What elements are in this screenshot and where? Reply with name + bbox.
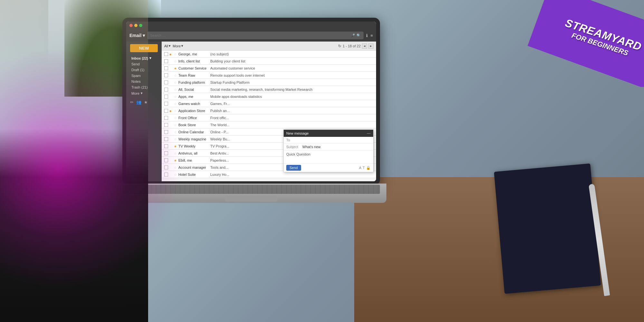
send-button[interactable]: Send (286, 165, 301, 171)
list-toolbar: All ▾ More ▾ ↻ 1 - 18 of 22 ◄ (162, 42, 376, 51)
table-row[interactable]: ■ ☆ Games watch Games, Fr... (162, 100, 376, 107)
row-star[interactable]: ★ (174, 159, 177, 162)
row-checkbox[interactable] (164, 158, 168, 162)
to-label: To (286, 138, 302, 142)
row-tag: ■ (169, 95, 173, 98)
subject-what-new: What's new (302, 145, 321, 149)
new-message-popup: New message — To Subject What's new (283, 129, 374, 172)
popup-body[interactable]: Quick Question (284, 150, 373, 163)
row-star[interactable]: ☆ (174, 130, 177, 134)
refresh-icon[interactable]: ↻ (338, 44, 341, 48)
search-input[interactable] (150, 33, 351, 37)
notebook (494, 164, 601, 294)
format-t-icon[interactable]: T (363, 166, 365, 170)
row-star[interactable]: ☆ (174, 81, 177, 84)
table-row[interactable]: ■ ☆ Info, client list Building your clie… (162, 58, 376, 65)
row-checkbox[interactable] (164, 130, 168, 134)
row-star[interactable]: ☆ (174, 88, 177, 91)
row-subject: The World... (210, 123, 374, 127)
row-checkbox[interactable] (164, 116, 168, 120)
header-icons: ℹ ≡ (366, 33, 373, 38)
mic-icon[interactable]: 🎤 (351, 33, 355, 38)
row-checkbox[interactable] (164, 66, 168, 70)
row-star[interactable]: ☆ (174, 116, 177, 119)
row-star[interactable]: ☆ (174, 102, 177, 105)
prev-page-btn[interactable]: ◄ (362, 43, 367, 49)
row-checkbox[interactable] (164, 88, 168, 91)
row-subject: Publish an... (210, 109, 374, 113)
popup-close-icon[interactable]: — (367, 131, 371, 136)
footer-icons: A T 🔒 (359, 166, 371, 170)
subject-label: Subject (286, 145, 302, 149)
table-row[interactable]: ■ ☆ Front Office Front offic... (162, 114, 376, 121)
row-sender: Antivirus, all (178, 151, 209, 155)
row-checkbox[interactable] (164, 95, 168, 99)
row-star[interactable]: ☆ (174, 52, 177, 56)
row-checkbox[interactable] (164, 123, 168, 127)
table-row[interactable]: ■ ☆ Application Store Publish an... (162, 107, 376, 114)
search-bar[interactable]: 🎤 🔍 (147, 32, 364, 39)
next-page-btn[interactable]: ► (368, 43, 374, 49)
pagination-text: 1 - 18 of 22 (343, 44, 361, 48)
row-tag: ■ (169, 74, 173, 77)
all-label: All (164, 44, 168, 48)
row-checkbox[interactable] (164, 166, 168, 169)
row-tag: ■ (169, 88, 173, 91)
row-star[interactable]: ☆ (174, 60, 177, 63)
row-star[interactable]: ☆ (174, 123, 177, 127)
row-checkbox[interactable] (164, 137, 168, 141)
format-a-icon[interactable]: A (359, 166, 361, 170)
row-sender: Weekly magazine (178, 137, 209, 141)
all-dropdown[interactable]: All ▾ (164, 44, 171, 48)
popup-subject-field[interactable]: Subject What's new (284, 144, 373, 150)
row-star[interactable]: ★ (174, 67, 177, 70)
popup-footer: Send A T 🔒 (284, 163, 373, 172)
row-tag: ■ (169, 67, 173, 70)
table-row[interactable]: ■ ☆ George, me (no subject) (162, 51, 376, 58)
row-tag: ■ (169, 137, 173, 141)
row-tag: ■ (169, 130, 173, 134)
more-dropdown[interactable]: More ▾ (173, 44, 183, 48)
row-star[interactable]: ☆ (174, 109, 177, 112)
row-star[interactable]: ★ (174, 145, 177, 148)
popup-header: New message — (284, 130, 373, 137)
menu-icon[interactable]: ≡ (370, 33, 373, 38)
table-row[interactable]: ■ ☆ Book Store The World... (162, 121, 376, 128)
row-checkbox[interactable] (164, 109, 168, 113)
to-input[interactable] (302, 138, 371, 142)
search-icon[interactable]: 🔍 (356, 33, 361, 38)
row-sender: TV Weekly (178, 144, 209, 148)
row-star[interactable]: ☆ (174, 173, 177, 176)
table-row[interactable]: ■ ☆ Apps, me Mobile apps downloads stati… (162, 93, 376, 100)
row-star[interactable]: ☆ (174, 152, 177, 155)
table-row[interactable]: ■ ☆ All, Social Social media marketing, … (162, 86, 376, 93)
info-icon[interactable]: ℹ (366, 33, 368, 38)
row-checkbox[interactable] (164, 73, 168, 77)
row-checkbox[interactable] (164, 80, 168, 84)
row-checkbox[interactable] (164, 52, 168, 56)
row-checkbox[interactable] (164, 102, 168, 106)
table-row[interactable]: ■ ★ Customer Service Automated customer … (162, 65, 376, 72)
row-sender: Online Calendar (178, 130, 209, 134)
popup-to-field[interactable]: To (284, 137, 373, 144)
row-checkbox[interactable] (164, 59, 168, 63)
body-text: Quick Question (286, 152, 310, 156)
row-checkbox[interactable] (164, 151, 168, 155)
lock-icon[interactable]: 🔒 (366, 166, 371, 170)
row-checkbox[interactable] (164, 173, 168, 176)
trackpad[interactable] (225, 196, 277, 202)
row-star[interactable]: ☆ (174, 166, 177, 169)
table-row[interactable]: ■ ☆ Funding platform Startup Funding Pla… (162, 79, 376, 86)
keyboard-keys (122, 185, 380, 194)
row-tag: ■ (169, 145, 173, 148)
row-tag: ■ (169, 166, 173, 169)
row-star[interactable]: ☆ (174, 95, 177, 98)
email-body: NEW Inbox (22) ▾ Send Draft (1) Spam (126, 42, 376, 181)
laptop-keyboard (116, 184, 386, 203)
more-label: More (173, 44, 181, 48)
row-checkbox[interactable] (164, 144, 168, 148)
row-star[interactable]: ☆ (174, 137, 177, 141)
table-row[interactable]: ■ ☆ Team Raw Remote support tools over i… (162, 72, 376, 79)
row-star[interactable]: ☆ (174, 74, 177, 77)
email-header: Email ▾ 🎤 🔍 ℹ ≡ (126, 29, 376, 42)
